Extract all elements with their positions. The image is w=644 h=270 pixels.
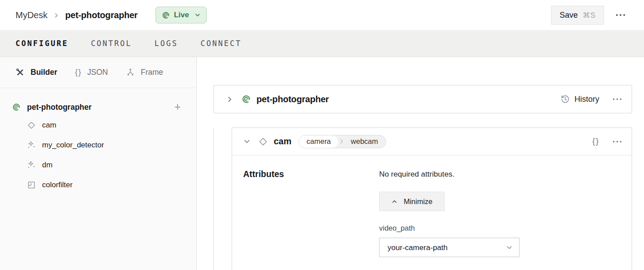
live-status-dropdown[interactable]: Live — [155, 7, 207, 23]
content-area: Builder {} JSON Frame — [0, 57, 644, 270]
tab-control[interactable]: CONTROL — [91, 39, 132, 48]
tab-configure[interactable]: CONFIGURE — [16, 39, 68, 48]
service-sparkle-icon — [27, 141, 36, 150]
tag-model: webcam — [345, 137, 385, 146]
mode-json[interactable]: {} JSON — [75, 68, 108, 77]
component-card-body: Attributes No required attributes. Minim… — [232, 155, 632, 179]
save-shortcut-hint: ⌘S — [582, 11, 596, 19]
braces-icon: {} — [75, 67, 81, 77]
overflow-menu-icon[interactable] — [612, 138, 623, 146]
minimize-button-label: Minimize — [403, 197, 432, 206]
save-button[interactable]: Save ⌘S — [551, 6, 604, 25]
component-card-header: cam camera webcam {} — [232, 128, 632, 155]
component-type-tag: camera webcam — [299, 135, 386, 148]
expand-chevron-right-icon[interactable] — [224, 94, 235, 105]
mode-frame[interactable]: Frame — [126, 68, 163, 77]
view-mode-switcher: Builder {} JSON Frame — [0, 57, 196, 88]
add-component-button[interactable]: + — [174, 101, 181, 112]
chevron-down-icon — [506, 244, 513, 251]
top-bar: MyDesk pet-photographer Live Save ⌘S — [0, 0, 644, 30]
attributes-column: No required attributes. Minimize video_p… — [379, 170, 520, 257]
collapse-chevron-down-icon[interactable] — [241, 136, 252, 147]
machine-tree: pet-photographer + cam — [0, 88, 196, 195]
app-window: MyDesk pet-photographer Live Save ⌘S — [0, 0, 644, 270]
minimize-button[interactable]: Minimize — [379, 192, 445, 211]
config-main-panel: pet-photographer History — [197, 57, 644, 270]
service-sparkle-icon — [27, 161, 36, 170]
chevron-right-icon — [53, 12, 59, 19]
tag-type: camera — [299, 135, 338, 148]
braces-icon[interactable]: {} — [592, 136, 599, 146]
module-step-icon — [27, 181, 36, 189]
tree-item-my-color-detector[interactable]: my_color_detector — [12, 135, 181, 155]
history-button[interactable]: History — [560, 94, 599, 104]
save-button-label: Save — [559, 11, 578, 20]
tree-root-label: pet-photographer — [27, 103, 92, 112]
tools-icon — [16, 68, 25, 77]
caret-up-icon — [391, 198, 398, 205]
breadcrumb-current: pet-photographer — [65, 10, 137, 20]
tree-item-label: colorfilter — [42, 181, 73, 189]
machine-card: pet-photographer History — [213, 85, 632, 113]
component-diamond-icon — [258, 137, 268, 147]
live-status-label: Live — [174, 11, 189, 19]
machine-broadcast-icon — [12, 103, 21, 112]
component-card-title: cam — [274, 136, 291, 147]
broadcast-icon — [162, 11, 170, 19]
mode-builder[interactable]: Builder — [16, 68, 57, 77]
video-path-label: video_path — [379, 224, 520, 232]
machine-broadcast-icon — [241, 94, 251, 104]
mode-json-label: JSON — [87, 68, 108, 77]
config-sidebar: Builder {} JSON Frame — [0, 57, 197, 270]
overflow-menu-icon[interactable] — [612, 95, 623, 103]
video-path-select[interactable]: your-camera-path — [379, 238, 520, 257]
overflow-menu-icon[interactable] — [614, 11, 627, 19]
frame-axes-icon — [126, 68, 135, 77]
tab-connect[interactable]: CONNECT — [201, 39, 242, 48]
mode-frame-label: Frame — [141, 68, 163, 77]
history-button-label: History — [574, 95, 599, 104]
tree-item-colorfilter[interactable]: colorfilter — [12, 175, 181, 195]
tree-root-machine[interactable]: pet-photographer + — [12, 99, 181, 115]
attributes-heading: Attributes — [243, 169, 284, 179]
tree-item-dm[interactable]: dm — [12, 155, 181, 175]
tree-guide-line — [213, 127, 214, 270]
breadcrumb-parent[interactable]: MyDesk — [16, 10, 47, 20]
video-path-value: your-camera-path — [388, 243, 448, 252]
tree-item-label: my_color_detector — [42, 141, 104, 150]
machine-card-title: pet-photographer — [256, 94, 329, 104]
tree-item-cam[interactable]: cam — [12, 115, 181, 135]
tree-item-label: dm — [42, 161, 53, 170]
tab-bar: CONFIGURE CONTROL LOGS CONNECT — [0, 30, 644, 57]
tree-item-label: cam — [42, 121, 56, 130]
component-card-cam: cam camera webcam {} Attributes — [232, 127, 632, 270]
component-diamond-icon — [27, 121, 36, 130]
history-clock-icon — [560, 94, 570, 104]
tab-logs[interactable]: LOGS — [155, 39, 178, 48]
no-required-attributes-text: No required attributes. — [379, 170, 520, 179]
chevron-right-icon — [339, 139, 345, 144]
mode-builder-label: Builder — [31, 68, 57, 77]
chevron-down-icon — [194, 12, 201, 18]
